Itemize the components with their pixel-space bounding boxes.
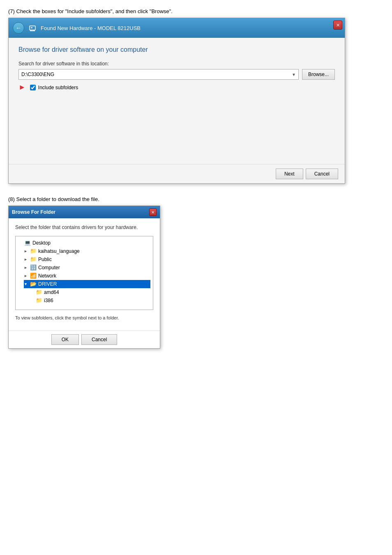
folder-icon: 📁 xyxy=(30,248,37,254)
tree-label-i386: i386 xyxy=(44,298,53,303)
expand-icon: ► xyxy=(24,274,30,278)
dialog2-body: Select the folder that contains drivers … xyxy=(9,218,160,331)
step7-label: (7) Check the boxes for "Include subfold… xyxy=(8,8,384,14)
step8-label: (8) Select a folder to download the file… xyxy=(8,196,384,202)
folder-icon: 📁 xyxy=(30,256,37,263)
dialog2-close-icon[interactable]: ✕ xyxy=(149,208,157,216)
path-value: D:\C3300\ENG xyxy=(21,72,54,77)
dialog2-titlebar: Browse For Folder ✕ xyxy=(9,206,160,218)
tree-item-driver[interactable]: ▼ 📂 DRIVER xyxy=(24,280,150,288)
found-hardware-dialog: ← Found New Hardware - MODEL 8212USB ✕ B… xyxy=(8,18,345,184)
tree-label-network: Network xyxy=(38,273,56,279)
dialog1-titlebar: ← Found New Hardware - MODEL 8212USB ✕ xyxy=(9,18,345,38)
tree-label-public: Public xyxy=(38,257,52,262)
tree-item-network[interactable]: ► 📶 Network xyxy=(24,272,150,280)
network-icon: 📶 xyxy=(30,273,37,279)
dialog2-title: Browse For Folder xyxy=(12,209,55,215)
close-icon[interactable]: ✕ xyxy=(333,21,342,30)
dialog1-footer: Next Cancel xyxy=(9,164,345,183)
include-subfolders-label: Include subfolders xyxy=(38,85,78,90)
path-input[interactable]: D:\C3300\ENG ▼ xyxy=(18,69,299,80)
cancel-button[interactable]: Cancel xyxy=(306,169,338,179)
folder-icon: 📁 xyxy=(35,297,43,304)
tree-label-amd64: amd64 xyxy=(44,289,59,295)
dialog2-description: Select the folder that contains drivers … xyxy=(15,224,153,231)
tree-item-i386[interactable]: 📁 i386 xyxy=(30,296,150,305)
tree-label-desktop: Desktop xyxy=(32,240,51,246)
ok-button[interactable]: OK xyxy=(51,334,79,345)
search-label: Search for driver software in this locat… xyxy=(18,61,335,67)
browse-folder-dialog: Browse For Folder ✕ Select the folder th… xyxy=(8,206,160,349)
dialog1-title: Found New Hardware - MODEL 8212USB xyxy=(41,25,141,31)
tree-children-driver: 📁 amd64 📁 i386 xyxy=(30,288,150,305)
hardware-icon xyxy=(28,24,37,32)
desktop-icon: 💻 xyxy=(24,240,31,246)
dialog2-hint: To view subfolders, click the symbol nex… xyxy=(15,315,153,321)
tree-label-kaihatsu: kaihatsu_language xyxy=(38,248,80,254)
cancel-button[interactable]: Cancel xyxy=(81,334,117,345)
tree-item-desktop[interactable]: 💻 Desktop xyxy=(18,239,150,247)
next-button[interactable]: Next xyxy=(276,169,303,179)
arrow-indicator-icon: ► xyxy=(18,83,26,92)
spacer xyxy=(18,92,335,157)
computer-icon: 🔢 xyxy=(30,264,37,271)
folder-icon: 📁 xyxy=(35,289,43,296)
tree-item-computer[interactable]: ► 🔢 Computer xyxy=(24,264,150,272)
svg-rect-4 xyxy=(31,27,32,28)
expand-icon: ► xyxy=(24,249,30,253)
dialog2-footer: OK Cancel xyxy=(9,331,160,348)
dialog1-body: Browse for driver software on your compu… xyxy=(9,38,345,164)
tree-label-computer: Computer xyxy=(38,265,60,271)
tree-item-kaihatsu[interactable]: ► 📁 kaihatsu_language xyxy=(24,247,150,255)
folder-tree: 💻 Desktop ► 📁 kaihatsu_language ► 📁 Publ… xyxy=(15,236,153,310)
expand-icon: ► xyxy=(24,266,30,270)
tree-item-amd64[interactable]: 📁 amd64 xyxy=(30,288,150,296)
tree-children-desktop: ► 📁 kaihatsu_language ► 📁 Public ► 🔢 Com… xyxy=(24,247,150,305)
folder-open-icon: 📂 xyxy=(30,281,37,287)
dropdown-arrow-icon: ▼ xyxy=(292,72,296,77)
include-subfolders-checkbox[interactable] xyxy=(30,85,36,90)
tree-item-public[interactable]: ► 📁 Public xyxy=(24,255,150,264)
browse-button[interactable]: Browse... xyxy=(302,69,335,80)
include-subfolders-row: ► Include subfolders xyxy=(18,83,335,92)
expand-icon: ► xyxy=(24,257,30,261)
back-button[interactable]: ← xyxy=(13,22,24,34)
tree-label-driver: DRIVER xyxy=(38,281,57,287)
expand-icon: ▼ xyxy=(24,282,30,286)
path-input-row: D:\C3300\ENG ▼ Browse... xyxy=(18,69,335,80)
dialog1-heading: Browse for driver software on your compu… xyxy=(18,46,335,53)
